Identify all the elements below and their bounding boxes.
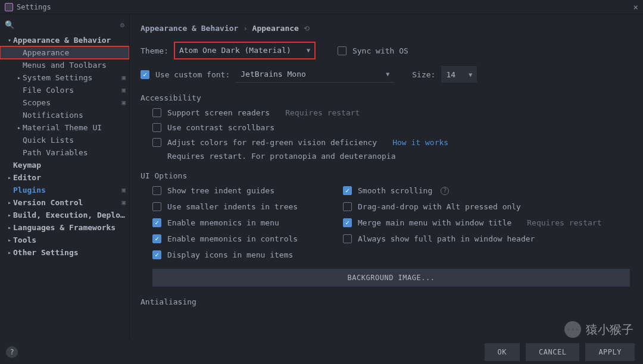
ok-button[interactable]: OK xyxy=(485,343,520,361)
sidebar-item-languages-frameworks[interactable]: ▸Languages & Frameworks xyxy=(0,221,129,234)
custom-font-label: Use custom font: xyxy=(155,70,230,79)
ui-left-checkbox-0[interactable] xyxy=(152,186,161,195)
sidebar-item-label: Path Variables xyxy=(23,148,126,157)
sidebar-item-material-theme-ui[interactable]: ▸Material Theme UI xyxy=(0,121,129,134)
sidebar-item-label: System Settings xyxy=(23,73,121,82)
project-icon: ▣ xyxy=(121,186,126,194)
cancel-button[interactable]: CANCEL xyxy=(526,343,579,361)
sidebar-item-appearance-behavior[interactable]: ▾Appearance & Behavior xyxy=(0,34,129,46)
font-size-label: Size: xyxy=(412,70,435,79)
ui-left-opt-3: Enable mnemonics in controls xyxy=(152,234,319,243)
ui-left-label-0: Show tree indent guides xyxy=(167,186,274,195)
sidebar-item-plugins[interactable]: Plugins▣ xyxy=(0,184,129,196)
sidebar-item-appearance[interactable]: Appearance xyxy=(0,46,129,59)
reset-icon[interactable]: ⟲ xyxy=(304,24,310,33)
font-dropdown[interactable]: JetBrains Mono ▼ xyxy=(236,66,394,83)
ui-left-opt-0: Show tree indent guides xyxy=(152,186,319,195)
color-deficiency-checkbox[interactable] xyxy=(152,138,161,147)
ui-left-checkbox-1[interactable] xyxy=(152,202,161,211)
accessibility-note: Requires restart. For protanopia and deu… xyxy=(167,152,630,161)
ui-left-checkbox-2[interactable] xyxy=(152,218,161,227)
sidebar-item-label: Version Control xyxy=(13,198,121,207)
sidebar-item-label: Languages & Frameworks xyxy=(13,223,126,232)
info-icon[interactable]: ? xyxy=(441,187,449,195)
theme-value: Atom One Dark (Material) xyxy=(179,46,291,55)
ui-options-title: UI Options xyxy=(141,171,630,180)
sidebar-item-scopes[interactable]: Scopes▣ xyxy=(0,96,129,109)
ui-right-checkbox-0[interactable] xyxy=(343,186,352,195)
opt-contrast-scrollbars: Use contrast scrollbars xyxy=(152,123,630,132)
font-size-value: 14 xyxy=(446,70,455,79)
sidebar-item-label: Menus and Toolbars xyxy=(23,61,126,70)
search-input[interactable] xyxy=(17,21,120,29)
app-icon xyxy=(5,3,13,11)
sidebar-item-other-settings[interactable]: ▸Other Settings xyxy=(0,246,129,259)
sidebar-item-system-settings[interactable]: ▸System Settings▣ xyxy=(0,71,129,84)
ui-right-checkbox-3[interactable] xyxy=(343,234,352,243)
contrast-scrollbars-checkbox[interactable] xyxy=(152,123,161,132)
search-row: 🔍 ⚙ xyxy=(0,18,129,34)
sidebar-item-quick-lists[interactable]: Quick Lists xyxy=(0,134,129,146)
project-icon: ▣ xyxy=(121,199,126,206)
project-icon: ▣ xyxy=(121,99,126,106)
opt-screen-readers: Support screen readers Requires restart xyxy=(152,108,630,117)
breadcrumb-current: Appearance xyxy=(252,24,299,33)
ui-right-label-1: Drag-and-drop with Alt pressed only xyxy=(358,202,521,211)
sidebar-item-editor[interactable]: ▸Editor xyxy=(0,171,129,184)
chevron-right-icon: ▸ xyxy=(15,124,23,131)
screen-readers-checkbox[interactable] xyxy=(152,108,161,117)
chevron-right-icon: ▸ xyxy=(6,212,13,218)
sync-os-checkbox[interactable] xyxy=(338,46,347,55)
ui-left-label-3: Enable mnemonics in controls xyxy=(167,234,298,243)
background-image-button[interactable]: BACKGROUND IMAGE... xyxy=(152,269,630,287)
chevron-right-icon: ▸ xyxy=(6,199,13,206)
ui-right-checkbox-1[interactable] xyxy=(343,202,352,211)
search-icon[interactable]: 🔍 xyxy=(5,20,14,29)
sidebar-item-notifications[interactable]: Notifications xyxy=(0,109,129,121)
chevron-right-icon: ▸ xyxy=(6,174,13,181)
font-row: Use custom font: JetBrains Mono ▼ Size: … xyxy=(141,66,630,83)
ui-left-opt-4: Display icons in menu items xyxy=(152,250,319,259)
sidebar-item-keymap[interactable]: Keymap xyxy=(0,159,129,171)
ui-left-checkbox-3[interactable] xyxy=(152,234,161,243)
chevron-down-icon: ▼ xyxy=(469,71,472,78)
chevron-right-icon: ▸ xyxy=(15,74,23,81)
project-icon: ▣ xyxy=(121,74,126,81)
sidebar-item-path-variables[interactable]: Path Variables xyxy=(0,146,129,159)
ui-left-label-4: Display icons in menu items xyxy=(167,250,293,259)
chevron-right-icon: ▸ xyxy=(6,237,13,243)
close-icon[interactable]: × xyxy=(633,2,638,12)
dialog-footer: OK CANCEL APPLY xyxy=(130,340,643,364)
theme-dropdown[interactable]: Atom One Dark (Material) ▼ xyxy=(174,42,315,59)
accessibility-title: Accessibility xyxy=(141,93,630,102)
filter-icon[interactable]: ⚙ xyxy=(120,21,124,29)
how-it-works-link[interactable]: How it works xyxy=(392,138,448,147)
project-icon: ▣ xyxy=(121,86,126,94)
sync-os-label: Sync with OS xyxy=(352,46,408,55)
opt-color-deficiency: Adjust colors for red-green vision defic… xyxy=(152,138,630,147)
ui-right-checkbox-2[interactable] xyxy=(343,218,352,227)
sidebar-item-version-control[interactable]: ▸Version Control▣ xyxy=(0,196,129,209)
custom-font-checkbox[interactable] xyxy=(141,70,149,79)
sidebar-item-menus-and-toolbars[interactable]: Menus and Toolbars xyxy=(0,59,129,71)
sidebar-item-label: Notifications xyxy=(23,111,126,120)
sidebar-item-label: Keymap xyxy=(13,161,126,170)
sidebar-item-label: Other Settings xyxy=(13,248,126,257)
chevron-right-icon: ▸ xyxy=(6,224,13,231)
apply-button[interactable]: APPLY xyxy=(585,343,635,361)
ui-left-checkbox-4[interactable] xyxy=(152,250,161,259)
sidebar-item-file-colors[interactable]: File Colors▣ xyxy=(0,84,129,96)
ui-options-block: Show tree indent guidesUse smaller inden… xyxy=(141,186,630,287)
help-button[interactable]: ? xyxy=(6,346,18,358)
chevron-right-icon: › xyxy=(243,24,247,33)
font-size-dropdown[interactable]: 14 ▼ xyxy=(441,66,477,83)
sidebar-item-tools[interactable]: ▸Tools xyxy=(0,234,129,246)
breadcrumb-parent[interactable]: Appearance & Behavior xyxy=(141,24,238,33)
sidebar-item-label: Scopes xyxy=(23,98,121,107)
sidebar-item-build-execution-deployment[interactable]: ▸Build, Execution, Deployment xyxy=(0,209,129,221)
ui-right-label-2: Merge main menu with window title xyxy=(358,218,511,227)
theme-row: Theme: Atom One Dark (Material) ▼ Sync w… xyxy=(141,42,630,59)
sidebar-item-label: Material Theme UI xyxy=(23,123,126,132)
sidebar-item-label: Appearance xyxy=(23,48,126,57)
chevron-down-icon: ▾ xyxy=(6,37,13,43)
